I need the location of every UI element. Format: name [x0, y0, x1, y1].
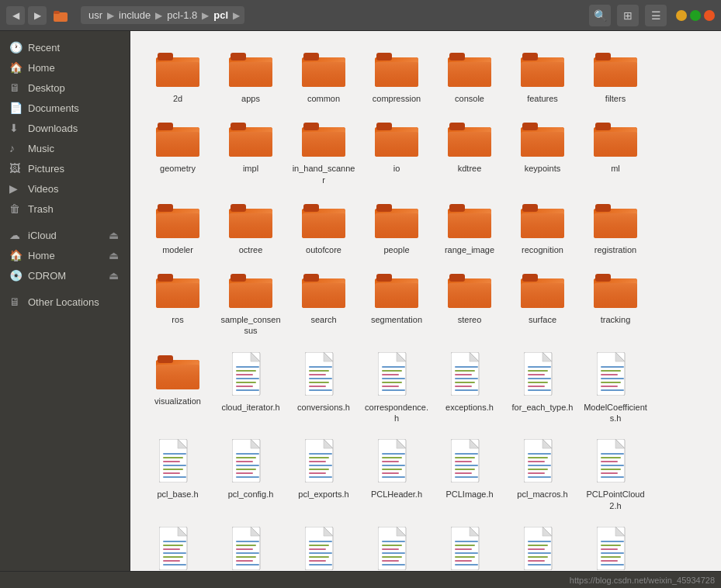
- folder-item[interactable]: keypoints: [508, 113, 577, 192]
- folder-item[interactable]: filters: [581, 43, 650, 110]
- home2-eject-button[interactable]: ⏏: [107, 249, 120, 261]
- cdrom-eject-button[interactable]: ⏏: [107, 269, 120, 282]
- close-button[interactable]: [704, 10, 715, 21]
- sidebar-item-home[interactable]: 🏠 Home: [0, 57, 130, 78]
- sidebar-item-trash[interactable]: 🗑 Trash: [0, 199, 130, 219]
- file-item[interactable]: PCLImage.h: [435, 433, 504, 517]
- file-label: cloud_iterator.h: [221, 402, 279, 413]
- folder-item[interactable]: io: [362, 113, 432, 192]
- breadcrumb-pcl18[interactable]: pcl-1.8: [164, 8, 200, 22]
- folder-item[interactable]: people: [362, 195, 432, 261]
- file-item[interactable]: pcl_exports.h: [289, 433, 359, 517]
- sidebar-item-cdrom[interactable]: 💿 CDROM ⏏: [0, 265, 130, 285]
- file-item[interactable]: PCLPointField.h: [143, 521, 213, 571]
- folder-item[interactable]: octree: [216, 195, 286, 261]
- svg-rect-94: [449, 204, 465, 212]
- file-item[interactable]: conversions.h: [289, 346, 359, 431]
- sidebar-item-documents[interactable]: 📄 Documents: [0, 98, 130, 118]
- menu-button[interactable]: ☰: [645, 5, 667, 26]
- svg-rect-220: [236, 453, 259, 455]
- folder-item[interactable]: in_hand_scanner: [289, 113, 359, 192]
- folder-item[interactable]: stereo: [435, 265, 504, 343]
- folder-icon: [156, 352, 199, 393]
- file-item[interactable]: pcl_base.h: [143, 433, 213, 517]
- folder-item[interactable]: kdtree: [435, 113, 504, 192]
- file-label: pcl_config.h: [228, 489, 274, 500]
- svg-rect-44: [231, 123, 246, 130]
- sidebar-item-videos[interactable]: ▶ Videos: [0, 178, 130, 199]
- sidebar-item-icloud[interactable]: ☁ iCloud ⏏: [0, 225, 130, 245]
- breadcrumb-include[interactable]: include: [116, 8, 154, 22]
- folder-item[interactable]: common: [289, 43, 359, 110]
- sidebar-item-desktop[interactable]: 🖥 Desktop: [0, 78, 130, 98]
- sidebar-item-recent[interactable]: 🕐 Recent: [0, 37, 130, 57]
- desktop-icon: 🖥: [9, 81, 22, 94]
- file-item[interactable]: pcl_macros.h: [508, 433, 577, 517]
- sidebar-item-pictures[interactable]: 🖼 Pictures: [0, 158, 130, 178]
- folder-item[interactable]: range_image: [435, 195, 504, 261]
- file-item[interactable]: PCLPointCloud2.h: [581, 433, 650, 517]
- minimize-button[interactable]: [676, 10, 687, 21]
- svg-rect-192: [528, 374, 545, 375]
- folder-label: tracking: [601, 314, 631, 325]
- folder-item[interactable]: console: [435, 43, 504, 110]
- folder-label: people: [383, 244, 409, 255]
- svg-rect-271: [601, 457, 621, 458]
- svg-rect-292: [236, 548, 253, 550]
- file-icon: [524, 527, 561, 571]
- svg-rect-170: [382, 366, 405, 368]
- file-item[interactable]: ModelCoefficients.h: [581, 346, 650, 431]
- folder-item[interactable]: visualization: [143, 346, 213, 431]
- breadcrumb-usr[interactable]: usr: [85, 8, 106, 22]
- file-item[interactable]: point_types.h: [581, 521, 650, 571]
- file-item[interactable]: point_representation.h: [435, 521, 504, 571]
- maximize-button[interactable]: [690, 10, 701, 21]
- folder-item[interactable]: compression: [362, 43, 432, 110]
- folder-item[interactable]: 2d: [143, 43, 213, 110]
- file-item[interactable]: exceptions.h: [435, 346, 504, 431]
- breadcrumb-pcl[interactable]: pcl: [210, 8, 231, 22]
- sidebar-item-music[interactable]: ♪ Music: [0, 138, 130, 158]
- svg-rect-104: [595, 204, 611, 212]
- file-item[interactable]: pcl_config.h: [216, 433, 286, 517]
- sidebar-item-home2[interactable]: 🏠 Home ⏏: [0, 245, 130, 265]
- file-item[interactable]: correspondence.h: [362, 346, 432, 431]
- file-label: correspondence.h: [365, 402, 428, 424]
- file-item[interactable]: pcl_tests.h: [216, 521, 286, 571]
- home-icon: 🏠: [9, 61, 22, 74]
- folder-item[interactable]: geometry: [143, 113, 213, 192]
- folder-item[interactable]: tracking: [581, 265, 650, 343]
- folder-item[interactable]: surface: [508, 265, 577, 343]
- folder-item[interactable]: apps: [216, 43, 286, 110]
- sidebar-label-music: Music: [28, 143, 54, 154]
- sidebar-item-other-locations[interactable]: 🖥 Other Locations: [0, 292, 130, 312]
- folder-item[interactable]: search: [289, 265, 359, 343]
- folder-item[interactable]: outofcore: [289, 195, 359, 261]
- folder-item[interactable]: modeler: [143, 195, 213, 261]
- file-item[interactable]: PCLHeader.h: [362, 433, 432, 517]
- search-button[interactable]: 🔍: [589, 5, 611, 26]
- file-item[interactable]: for_each_type.h: [508, 346, 577, 431]
- folder-item[interactable]: registration: [581, 195, 650, 261]
- folder-item[interactable]: sample_consensus: [216, 265, 286, 343]
- file-item[interactable]: point_cloud.h: [289, 521, 359, 571]
- forward-button[interactable]: ▶: [28, 6, 47, 25]
- svg-rect-263: [528, 465, 551, 466]
- file-item[interactable]: point_traits.h: [508, 521, 577, 571]
- back-button[interactable]: ◀: [6, 6, 25, 25]
- file-item[interactable]: cloud_iterator.h: [216, 346, 286, 431]
- icloud-eject-button[interactable]: ⏏: [107, 229, 120, 241]
- svg-rect-283: [163, 552, 186, 554]
- folder-item[interactable]: segmentation: [362, 265, 432, 343]
- view-options-button[interactable]: ⊞: [617, 5, 639, 26]
- folder-item[interactable]: impl: [216, 113, 286, 192]
- sidebar-item-downloads[interactable]: ⬇ Downloads: [0, 118, 130, 138]
- folder-item[interactable]: ros: [143, 265, 213, 343]
- folder-item[interactable]: features: [508, 43, 577, 110]
- folder-item[interactable]: ml: [581, 113, 650, 192]
- svg-rect-205: [601, 386, 618, 387]
- file-item[interactable]: PointIndices.h: [362, 521, 432, 571]
- folder-icon: [302, 271, 345, 311]
- folder-item[interactable]: recognition: [508, 195, 577, 261]
- svg-rect-253: [455, 465, 478, 466]
